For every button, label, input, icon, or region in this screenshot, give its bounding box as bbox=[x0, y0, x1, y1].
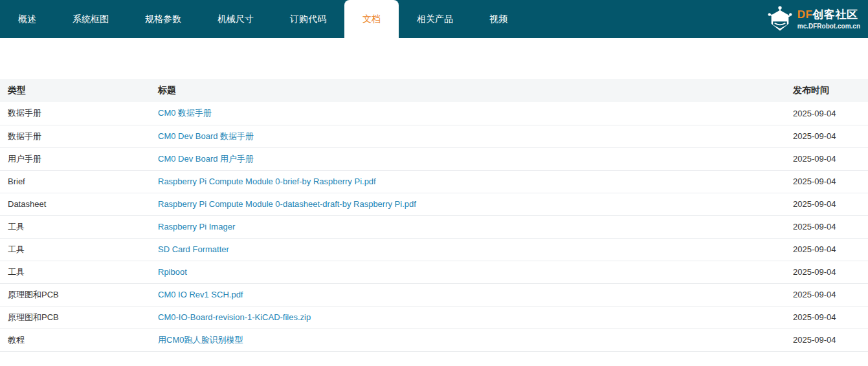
doc-title-cell: 用CM0跑人脸识别模型 bbox=[158, 328, 793, 351]
logo-brand-rest: 创客社区 bbox=[812, 8, 858, 21]
robot-icon bbox=[767, 5, 793, 34]
nav-tab-7[interactable]: 相关产品 bbox=[399, 0, 471, 38]
table-row: 原理图和PCBCM0 IO Rev1 SCH.pdf2025-09-04 bbox=[0, 283, 868, 306]
logo-text: DF创客社区 mc.DFRobot.com.cn bbox=[797, 8, 860, 30]
doc-title-link[interactable]: CM0 IO Rev1 SCH.pdf bbox=[158, 290, 243, 299]
doc-type-cell: 原理图和PCB bbox=[0, 283, 158, 306]
table-row: DatasheetRaspberry Pi Compute Module 0-d… bbox=[0, 193, 868, 215]
doc-title-link[interactable]: Raspberry Pi Compute Module 0-brief-by R… bbox=[158, 177, 376, 186]
doc-title-cell: Raspberry Pi Compute Module 0-datasheet-… bbox=[158, 193, 793, 215]
table-row: 数据手册CM0 数据手册2025-09-04 bbox=[0, 102, 868, 125]
doc-title-link[interactable]: Raspberry Pi Imager bbox=[158, 222, 235, 231]
doc-type-cell: 教程 bbox=[0, 328, 158, 351]
logo-brand-df: DF bbox=[797, 8, 813, 21]
doc-title-cell: Raspberry Pi Imager bbox=[158, 215, 793, 238]
doc-type-cell: 原理图和PCB bbox=[0, 306, 158, 328]
doc-date-cell: 2025-09-04 bbox=[793, 125, 868, 147]
table-row: 数据手册CM0 Dev Board 数据手册2025-09-04 bbox=[0, 125, 868, 147]
doc-title-cell: Rpiboot bbox=[158, 261, 793, 283]
doc-type-cell: 数据手册 bbox=[0, 125, 158, 147]
nav-tab-3[interactable]: 规格参数 bbox=[127, 0, 199, 38]
logo-subtitle: mc.DFRobot.com.cn bbox=[797, 23, 860, 30]
doc-date-cell: 2025-09-04 bbox=[793, 261, 868, 283]
doc-title-cell: CM0-IO-Board-revision-1-KiCAD-files.zip bbox=[158, 306, 793, 328]
doc-type-cell: Brief bbox=[0, 170, 158, 193]
doc-type-cell: Datasheet bbox=[0, 193, 158, 215]
table-row: 工具Rpiboot2025-09-04 bbox=[0, 261, 868, 283]
doc-title-cell: SD Card Formatter bbox=[158, 238, 793, 261]
nav-tab-2[interactable]: 系统框图 bbox=[54, 0, 127, 38]
doc-date-cell: 2025-09-04 bbox=[793, 238, 868, 261]
top-navbar: 概述系统框图规格参数机械尺寸订购代码文档相关产品视频 DF创客社区 mc.DFR… bbox=[0, 0, 868, 38]
page-content: 类型 标题 发布时间 数据手册CM0 数据手册2025-09-04数据手册CM0… bbox=[0, 38, 868, 352]
doc-date-cell: 2025-09-04 bbox=[793, 328, 868, 351]
nav-tab-6-active[interactable]: 文档 bbox=[344, 0, 399, 38]
doc-title-link[interactable]: 用CM0跑人脸识别模型 bbox=[158, 335, 243, 345]
doc-date-cell: 2025-09-04 bbox=[793, 147, 868, 170]
doc-title-link[interactable]: CM0 数据手册 bbox=[158, 108, 212, 118]
header-date: 发布时间 bbox=[793, 79, 868, 102]
nav-tab-8[interactable]: 视频 bbox=[471, 0, 526, 38]
doc-title-link[interactable]: CM0 Dev Board 数据手册 bbox=[158, 131, 254, 141]
table-row: 原理图和PCBCM0-IO-Board-revision-1-KiCAD-fil… bbox=[0, 306, 868, 328]
doc-title-link[interactable]: SD Card Formatter bbox=[158, 244, 229, 254]
doc-type-cell: 数据手册 bbox=[0, 102, 158, 125]
table-row: 用户手册CM0 Dev Board 用户手册2025-09-04 bbox=[0, 147, 868, 170]
dfrobot-logo[interactable]: DF创客社区 mc.DFRobot.com.cn bbox=[767, 0, 860, 38]
nav-tabs: 概述系统框图规格参数机械尺寸订购代码文档相关产品视频 bbox=[0, 0, 526, 38]
doc-title-cell: CM0 IO Rev1 SCH.pdf bbox=[158, 283, 793, 306]
nav-tab-1[interactable]: 概述 bbox=[0, 0, 54, 38]
doc-title-link[interactable]: Raspberry Pi Compute Module 0-datasheet-… bbox=[158, 199, 416, 209]
header-type: 类型 bbox=[0, 79, 158, 102]
table-row: BriefRaspberry Pi Compute Module 0-brief… bbox=[0, 170, 868, 193]
doc-date-cell: 2025-09-04 bbox=[793, 283, 868, 306]
doc-table-body: 数据手册CM0 数据手册2025-09-04数据手册CM0 Dev Board … bbox=[0, 102, 868, 351]
doc-date-cell: 2025-09-04 bbox=[793, 102, 868, 125]
doc-date-cell: 2025-09-04 bbox=[793, 215, 868, 238]
table-header-row: 类型 标题 发布时间 bbox=[0, 79, 868, 102]
doc-type-cell: 工具 bbox=[0, 215, 158, 238]
doc-date-cell: 2025-09-04 bbox=[793, 193, 868, 215]
doc-title-link[interactable]: Rpiboot bbox=[158, 267, 187, 277]
doc-title-cell: CM0 Dev Board 用户手册 bbox=[158, 147, 793, 170]
doc-title-link[interactable]: CM0 Dev Board 用户手册 bbox=[158, 154, 254, 164]
header-title: 标题 bbox=[158, 79, 793, 102]
doc-date-cell: 2025-09-04 bbox=[793, 170, 868, 193]
doc-title-cell: Raspberry Pi Compute Module 0-brief-by R… bbox=[158, 170, 793, 193]
doc-date-cell: 2025-09-04 bbox=[793, 306, 868, 328]
table-row: 教程用CM0跑人脸识别模型2025-09-04 bbox=[0, 328, 868, 351]
documents-table: 类型 标题 发布时间 数据手册CM0 数据手册2025-09-04数据手册CM0… bbox=[0, 79, 868, 352]
doc-type-cell: 用户手册 bbox=[0, 147, 158, 170]
nav-tab-4[interactable]: 机械尺寸 bbox=[199, 0, 272, 38]
nav-tab-5[interactable]: 订购代码 bbox=[272, 0, 344, 38]
doc-title-cell: CM0 Dev Board 数据手册 bbox=[158, 125, 793, 147]
logo-brand: DF创客社区 bbox=[797, 8, 860, 21]
doc-type-cell: 工具 bbox=[0, 238, 158, 261]
doc-type-cell: 工具 bbox=[0, 261, 158, 283]
doc-title-cell: CM0 数据手册 bbox=[158, 102, 793, 125]
table-row: 工具SD Card Formatter2025-09-04 bbox=[0, 238, 868, 261]
doc-title-link[interactable]: CM0-IO-Board-revision-1-KiCAD-files.zip bbox=[158, 312, 311, 322]
table-row: 工具Raspberry Pi Imager2025-09-04 bbox=[0, 215, 868, 238]
